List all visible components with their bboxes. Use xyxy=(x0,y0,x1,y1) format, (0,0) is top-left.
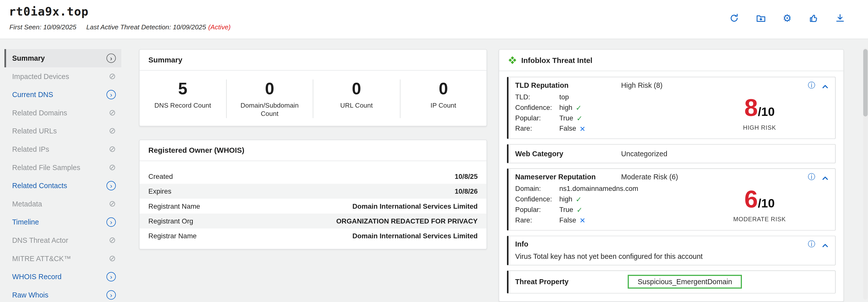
sidebar-item-related-file-samples[interactable]: Related File Samples ⊘ xyxy=(4,158,121,177)
sidebar-item-mitre-attack[interactable]: MITRE ATT&CK™ ⊘ xyxy=(4,249,121,268)
chevron-up-icon[interactable] xyxy=(822,241,828,247)
prohibited-icon: ⊘ xyxy=(109,254,116,263)
chevron-up-icon[interactable] xyxy=(822,82,828,89)
top-header: rt0ia9x.top First Seen: 10/09/2025Last A… xyxy=(0,0,868,39)
check-icon: ✓ xyxy=(576,194,582,205)
field-confidence: Confidence: high ✓ xyxy=(515,102,691,113)
summary-card-title: Summary xyxy=(140,50,487,71)
field-confidence: Confidence: high ✓ xyxy=(515,194,691,205)
stat-url-count: 0 URL Count xyxy=(313,80,400,118)
whois-row-registrant-org: Registrant Org ORGANIZATION REDACTED FOR… xyxy=(140,213,487,228)
prohibited-icon: ⊘ xyxy=(109,72,116,81)
page-title: rt0ia9x.top xyxy=(9,5,89,18)
threat-intel-title-row: Infoblox Threat Intel xyxy=(499,50,843,71)
prohibited-icon: ⊘ xyxy=(109,127,116,135)
sidebar-item-timeline[interactable]: Timeline › xyxy=(4,213,121,231)
threat-intel-column: Infoblox Threat Intel TLD Reputation Hig… xyxy=(499,49,844,302)
virustotal-message: Virus Total key has not yet been configu… xyxy=(515,252,829,260)
nameserver-reputation-title: Nameserver Reputation xyxy=(515,173,621,181)
chevron-circle-icon: › xyxy=(106,54,116,63)
field-domain: Domain: ns1.domainnamedns.com xyxy=(515,184,691,194)
chevron-circle-icon: › xyxy=(106,90,116,99)
main-column: Summary 5 DNS Record Count 0 Domain/Subd… xyxy=(139,49,487,249)
summary-stats: 5 DNS Record Count 0 Domain/Subdomain Co… xyxy=(140,71,487,126)
sidebar-item-dns-threat-actor[interactable]: DNS Threat Actor ⊘ xyxy=(4,231,121,249)
check-icon: ✓ xyxy=(576,102,582,113)
prohibited-icon: ⊘ xyxy=(109,109,116,117)
download-icon[interactable] xyxy=(834,12,846,24)
whois-card: Registered Owner (WHOIS) Created 10/8/25… xyxy=(139,140,487,249)
chevron-circle-icon: › xyxy=(106,181,116,190)
stat-ip-count: 0 IP Count xyxy=(400,80,487,118)
threat-intel-body: TLD Reputation High Risk (8) ⓘ xyxy=(499,71,843,301)
prohibited-icon: ⊘ xyxy=(109,236,116,245)
info-icon[interactable]: ⓘ xyxy=(808,173,815,181)
sidebar-item-raw-whois[interactable]: Raw Whois › xyxy=(4,286,121,302)
settings-gear-icon[interactable]: ⚙ xyxy=(781,12,793,24)
x-icon: ✕ xyxy=(580,124,585,134)
whois-card-title: Registered Owner (WHOIS) xyxy=(140,140,487,161)
last-active-text: Last Active Threat Detection: 10/09/2025 xyxy=(86,23,206,31)
nameserver-score: 6 /10 MODERATE RISK xyxy=(690,184,828,226)
info-section: Info ⓘ Virus Total key has not yet been … xyxy=(507,236,836,265)
tld-risk-label: High Risk (8) xyxy=(621,81,808,89)
sidebar-item-whois-record[interactable]: WHOIS Record › xyxy=(4,268,121,286)
whois-row-registrar-name: Registrar Name Domain International Serv… xyxy=(140,229,487,243)
check-icon: ✓ xyxy=(577,205,583,215)
stat-dns-record-count: 5 DNS Record Count xyxy=(140,80,227,118)
x-icon: ✕ xyxy=(580,215,585,226)
field-tld: TLD: top xyxy=(515,92,691,102)
threat-intel-title: Infoblox Threat Intel xyxy=(521,56,592,64)
sidebar-item-metadata[interactable]: Metadata ⊘ xyxy=(4,195,121,213)
dossier-app: rt0ia9x.top First Seen: 10/09/2025Last A… xyxy=(0,0,868,302)
sidebar-item-related-urls[interactable]: Related URLs ⊘ xyxy=(4,122,121,140)
prohibited-icon: ⊘ xyxy=(109,163,116,172)
sidebar-nav: Summary › Impacted Devices ⊘ Current DNS… xyxy=(4,49,121,302)
tld-reputation-section: TLD Reputation High Risk (8) ⓘ xyxy=(507,77,836,139)
tld-score: 8 /10 HIGH RISK xyxy=(690,92,828,134)
thumbs-up-icon[interactable] xyxy=(808,12,819,24)
tld-risk-caption: HIGH RISK xyxy=(743,124,776,131)
chevron-circle-icon: › xyxy=(106,217,116,227)
report-folder-icon[interactable] xyxy=(755,12,767,24)
whois-row-registrant-name: Registrant Name Domain International Ser… xyxy=(140,199,487,213)
info-icon[interactable]: ⓘ xyxy=(808,82,815,89)
chevron-circle-icon: › xyxy=(106,290,116,300)
info-icon[interactable]: ⓘ xyxy=(808,241,815,248)
sidebar-item-related-ips[interactable]: Related IPs ⊘ xyxy=(4,140,121,158)
sidebar-item-current-dns[interactable]: Current DNS › xyxy=(4,86,121,104)
prohibited-icon: ⊘ xyxy=(109,145,116,153)
domain-meta: First Seen: 10/09/2025Last Active Threat… xyxy=(9,23,230,31)
web-category-section: Web Category Uncategorized xyxy=(507,144,836,163)
chevron-up-icon[interactable] xyxy=(822,174,828,180)
whois-row-expires: Expires 10/8/26 xyxy=(140,184,487,199)
sidebar-item-impacted-devices[interactable]: Impacted Devices ⊘ xyxy=(4,67,121,86)
check-icon: ✓ xyxy=(577,113,583,124)
sidebar-item-summary[interactable]: Summary › xyxy=(4,49,121,67)
infoblox-logo-icon xyxy=(508,56,517,64)
sidebar-item-related-domains[interactable]: Related Domains ⊘ xyxy=(4,104,121,122)
chevron-circle-icon: › xyxy=(106,272,116,281)
field-rare: Rare: False ✕ xyxy=(515,215,691,226)
page-body: Summary › Impacted Devices ⊘ Current DNS… xyxy=(0,39,868,302)
web-category-title: Web Category xyxy=(515,149,621,157)
tld-fields: TLD: top Confidence: high ✓ Popular: xyxy=(515,92,691,134)
info-section-title: Info xyxy=(515,240,621,248)
nameserver-fields: Domain: ns1.domainnamedns.com Confidence… xyxy=(515,184,691,226)
scrollbar-thumb[interactable] xyxy=(863,49,868,116)
threat-property-section: Threat Property Suspicious_EmergentDomai… xyxy=(507,270,836,294)
summary-card: Summary 5 DNS Record Count 0 Domain/Subd… xyxy=(139,49,487,126)
web-category-value: Uncategorized xyxy=(621,149,667,157)
prohibited-icon: ⊘ xyxy=(109,200,116,208)
threat-property-value: Suspicious_EmergentDomain xyxy=(628,275,742,289)
threat-intel-card: Infoblox Threat Intel TLD Reputation Hig… xyxy=(499,49,844,302)
screenshot-stage: rt0ia9x.top First Seen: 10/09/2025Last A… xyxy=(0,0,868,302)
field-popular: Popular: True ✓ xyxy=(515,113,691,124)
nameserver-risk-label: Moderate Risk (6) xyxy=(621,173,808,181)
refresh-icon[interactable] xyxy=(728,12,740,24)
nameserver-risk-caption: MODERATE RISK xyxy=(733,216,786,222)
active-badge: (Active) xyxy=(208,23,230,31)
first-seen-text: First Seen: 10/09/2025 xyxy=(9,23,76,31)
sidebar-item-related-contacts[interactable]: Related Contacts › xyxy=(4,177,121,195)
nameserver-reputation-section: Nameserver Reputation Moderate Risk (6) … xyxy=(507,168,836,231)
